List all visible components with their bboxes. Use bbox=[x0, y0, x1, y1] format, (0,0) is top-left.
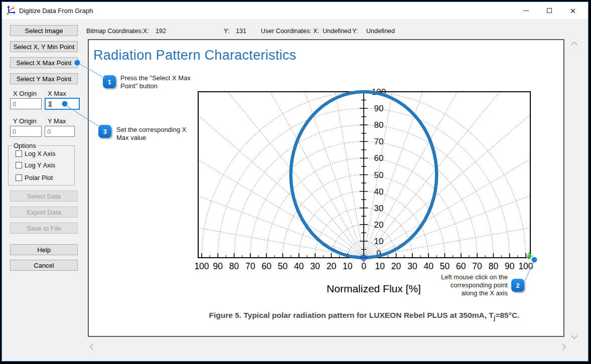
export-data-button[interactable]: Export Data bbox=[10, 207, 78, 218]
svg-text:90: 90 bbox=[213, 261, 223, 271]
r-axis-labels: 0102030405060708090100 bbox=[372, 87, 386, 258]
svg-text:30: 30 bbox=[407, 261, 417, 271]
svg-text:40: 40 bbox=[423, 261, 433, 271]
bitmap-y-value: 131 bbox=[236, 28, 246, 35]
svg-text:80: 80 bbox=[489, 261, 499, 271]
svg-text:60: 60 bbox=[374, 153, 384, 163]
select-y-max-point-button[interactable]: Select Y Max Point bbox=[10, 73, 78, 84]
checkbox-icon bbox=[16, 174, 22, 181]
document-title: Radiation Pattern Characteristics bbox=[93, 48, 297, 63]
origin-marker bbox=[359, 253, 368, 262]
user-y-value: Undefined bbox=[366, 28, 395, 35]
app-icon bbox=[7, 6, 16, 15]
log-y-axis-checkbox[interactable]: Log Y Axis bbox=[16, 161, 55, 169]
callout-1-text: Press the "Select X Max Point" button bbox=[120, 74, 191, 90]
svg-text:80: 80 bbox=[229, 261, 239, 271]
svg-text:20: 20 bbox=[391, 261, 401, 271]
options-group-title: Options bbox=[12, 142, 38, 149]
svg-text:20: 20 bbox=[327, 261, 337, 271]
close-icon: ✕ bbox=[570, 7, 576, 15]
select-data-button[interactable]: Select Data bbox=[10, 191, 78, 202]
svg-text:10: 10 bbox=[343, 261, 353, 271]
bitmap-y-label: Y: bbox=[224, 28, 229, 35]
callout-1-badge: 1 bbox=[103, 75, 116, 88]
svg-text:100: 100 bbox=[518, 261, 533, 271]
minimize-icon bbox=[523, 11, 529, 11]
figure-caption: Figure 5. Typical polar radiation patter… bbox=[198, 311, 530, 321]
svg-text:30: 30 bbox=[374, 204, 384, 213]
svg-text:0: 0 bbox=[361, 261, 366, 271]
maximize-button[interactable] bbox=[538, 2, 561, 19]
text-cursor bbox=[51, 101, 51, 107]
select-image-button[interactable]: Select Image bbox=[10, 25, 78, 36]
y-max-input[interactable] bbox=[45, 126, 75, 137]
callout-3-text: Set the corresponding X Max value bbox=[116, 126, 186, 142]
svg-text:60: 60 bbox=[456, 261, 466, 271]
y-max-label: Y Max bbox=[48, 117, 66, 125]
svg-text:40: 40 bbox=[374, 187, 384, 197]
bitmap-x-label: X: bbox=[143, 28, 149, 35]
horizontal-scrollbar[interactable] bbox=[88, 342, 568, 351]
checkbox-icon bbox=[16, 150, 22, 157]
svg-text:60: 60 bbox=[261, 261, 271, 271]
scroll-left-button[interactable] bbox=[88, 342, 97, 351]
scroll-up-button[interactable] bbox=[569, 40, 578, 49]
svg-text:100: 100 bbox=[194, 261, 209, 271]
save-to-file-button[interactable]: Save to File bbox=[10, 223, 78, 234]
svg-text:30: 30 bbox=[310, 261, 320, 271]
bitmap-coordinates-label: Bitmap Coordinates: bbox=[86, 28, 143, 35]
x-max-label: X Max bbox=[48, 90, 66, 97]
vertical-scrollbar[interactable] bbox=[569, 39, 579, 340]
chevron-up-icon bbox=[571, 42, 577, 48]
x-origin-label: X Origin bbox=[13, 90, 37, 97]
chevron-left-icon bbox=[90, 343, 96, 350]
svg-text:20: 20 bbox=[374, 220, 384, 230]
minimize-button[interactable] bbox=[514, 2, 537, 19]
svg-text:70: 70 bbox=[374, 137, 384, 146]
window-title: Digitize Data From Graph bbox=[19, 7, 93, 15]
polar-grid bbox=[186, 85, 547, 258]
checkbox-icon bbox=[16, 162, 22, 168]
svg-text:80: 80 bbox=[374, 120, 384, 130]
select-xy-min-point-button[interactable]: Select X, Y Min Point bbox=[10, 41, 78, 52]
x-max-marker bbox=[525, 253, 532, 260]
svg-text:10: 10 bbox=[374, 237, 384, 246]
x-max-input[interactable] bbox=[45, 98, 80, 110]
svg-text:50: 50 bbox=[440, 261, 450, 271]
x-axis-labels: 1009080706050403020100102030405060708090… bbox=[194, 261, 533, 271]
cancel-button[interactable]: Cancel bbox=[10, 260, 78, 271]
select-x-max-point-button[interactable]: Select X Max Point bbox=[10, 57, 78, 68]
maximize-icon bbox=[547, 8, 552, 13]
chevron-right-icon bbox=[559, 343, 566, 350]
callout-3-badge: 3 bbox=[98, 125, 111, 138]
vertical-axis bbox=[360, 92, 368, 258]
user-y-label: Y: bbox=[352, 28, 358, 35]
svg-text:10: 10 bbox=[375, 261, 385, 271]
y-origin-label: Y Origin bbox=[13, 117, 37, 125]
callout-2-text: Left mouse click on the corresponding po… bbox=[407, 273, 508, 297]
log-x-axis-checkbox[interactable]: Log X Axis bbox=[16, 150, 55, 157]
polar-plot-checkbox[interactable]: Polar Plot bbox=[16, 174, 53, 181]
svg-text:90: 90 bbox=[505, 261, 515, 271]
user-x-value: Undefined bbox=[323, 28, 351, 35]
polar-chart: 0102030405060708090100100908070605040302… bbox=[186, 85, 547, 282]
scroll-down-button[interactable] bbox=[569, 331, 578, 340]
svg-text:70: 70 bbox=[472, 261, 482, 271]
callout-2-badge: 2 bbox=[511, 279, 524, 292]
close-button[interactable]: ✕ bbox=[561, 2, 584, 19]
svg-text:50: 50 bbox=[278, 261, 288, 271]
x-origin-input[interactable] bbox=[10, 98, 42, 109]
svg-text:70: 70 bbox=[245, 261, 255, 271]
user-coordinates-label: User Coordinates: X: bbox=[261, 28, 319, 35]
svg-text:40: 40 bbox=[294, 261, 304, 271]
svg-text:50: 50 bbox=[374, 170, 384, 180]
y-origin-input[interactable] bbox=[10, 126, 42, 137]
svg-text:90: 90 bbox=[374, 104, 384, 113]
scroll-right-button[interactable] bbox=[558, 342, 567, 351]
bitmap-x-value: 192 bbox=[156, 28, 166, 35]
chevron-down-icon bbox=[571, 332, 577, 339]
help-button[interactable]: Help bbox=[10, 244, 78, 255]
